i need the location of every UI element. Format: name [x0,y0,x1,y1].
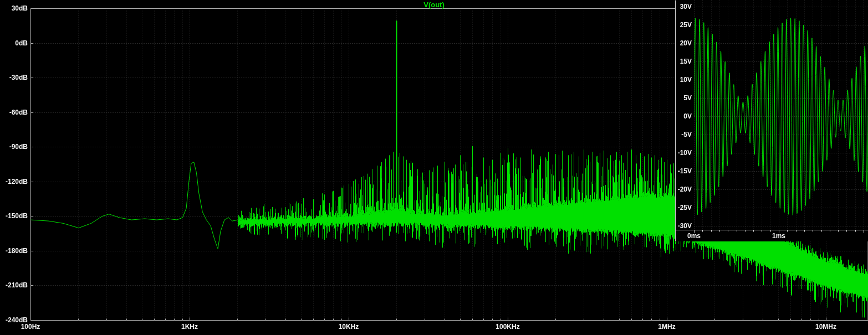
inset-y-axis-label: 5V [665,94,692,102]
fft-y-axis-label: -30dB [0,74,28,81]
fft-x-axis-label: 1MHz [642,323,692,331]
fft-y-axis-label: -180dB [0,247,28,255]
fft-y-axis-label: -90dB [0,143,28,151]
inset-x-axis-label: 0ms [677,232,711,240]
inset-y-axis-label: 20V [665,39,692,47]
inset-y-axis-label: 0V [665,112,692,120]
fft-y-axis-label: -120dB [0,178,28,185]
inset-y-axis-label: -20V [665,185,692,193]
inset-y-axis-label: 30V [665,3,692,11]
ltspice-waveform-window: 30dB0dB-30dB-60dB-90dB-120dB-150dB-180dB… [0,0,868,335]
fft-x-axis-label: 10MHz [801,323,851,331]
inset-y-axis-label: -10V [665,149,692,157]
inset-y-axis-label: -30V [665,222,692,230]
fft-x-axis-label: 100KHz [483,323,533,331]
inset-y-axis-label: 10V [665,76,692,84]
fft-y-axis-label: 30dB [0,4,28,12]
fft-x-axis-label: 10KHz [324,323,374,331]
inset-y-axis-label: 25V [665,21,692,29]
inset-y-axis-label: -25V [665,204,692,212]
inset-y-axis-label: 15V [665,58,692,65]
inset-x-axis-label: 1ms [762,232,795,240]
inset-y-axis-label: -15V [665,167,692,175]
waveform-plot-canvas[interactable] [0,0,868,335]
fft-y-axis-label: 0dB [0,39,28,47]
fft-x-axis-label: 100Hz [6,323,55,331]
inset-y-axis-label: -5V [665,131,692,138]
fft-x-axis-label: 1KHz [165,323,215,331]
fft-y-axis-label: -210dB [0,281,28,289]
fft-y-axis-label: -150dB [0,212,28,220]
trace-title[interactable]: V(out) [423,1,445,9]
fft-y-axis-label: -60dB [0,109,28,116]
